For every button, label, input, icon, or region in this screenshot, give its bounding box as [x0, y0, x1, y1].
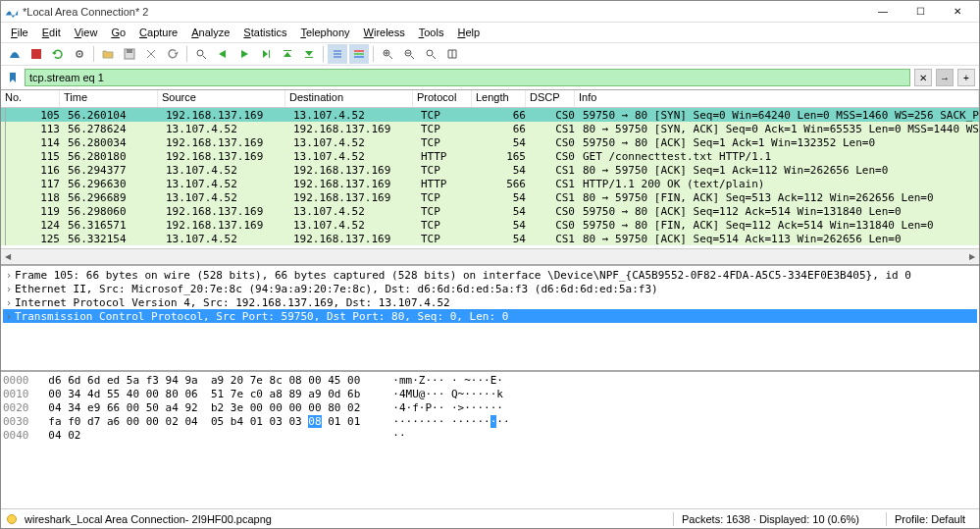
restart-capture-button[interactable]	[48, 44, 68, 64]
hex-row[interactable]: 0000 d6 6d 6d ed 5a f3 94 9a a9 20 7e 8c…	[3, 374, 977, 388]
packet-row[interactable]: 12456.316571192.168.137.16913.107.4.52TC…	[1, 218, 979, 232]
column-header-no[interactable]: No.	[1, 90, 60, 107]
packet-row[interactable]: 11756.29663013.107.4.52192.168.137.169HT…	[1, 177, 979, 190]
menu-file[interactable]: File	[5, 25, 34, 40]
packet-details-pane[interactable]: ›Frame 105: 66 bytes on wire (528 bits),…	[1, 264, 979, 370]
cell-dscp: CS0	[530, 205, 579, 218]
packet-row[interactable]: 11656.29437713.107.4.52192.168.137.169TC…	[1, 163, 979, 177]
svg-rect-0	[31, 49, 41, 59]
cell-dscp: CS0	[530, 219, 579, 232]
cell-no: 125	[17, 233, 64, 245]
expand-toggle-icon[interactable]: ›	[3, 296, 15, 309]
capture-options-button[interactable]	[70, 44, 89, 64]
cell-dscp: CS1	[530, 123, 579, 135]
reload-button[interactable]	[163, 44, 182, 64]
menu-analyze[interactable]: Analyze	[185, 25, 235, 40]
packet-list-hscroll[interactable]: ◀ ▶	[1, 248, 979, 264]
detail-tree-item[interactable]: ›Ethernet II, Src: Microsof_20:7e:8c (94…	[3, 282, 977, 295]
go-back-button[interactable]	[213, 44, 232, 64]
expand-toggle-icon[interactable]: ›	[3, 269, 15, 282]
title-bar[interactable]: *Local Area Connection* 2 — ☐ ✕	[1, 1, 979, 23]
first-packet-button[interactable]	[278, 44, 297, 64]
cell-dscp: CS1	[530, 191, 579, 204]
start-capture-button[interactable]	[5, 44, 25, 64]
zoom-out-button[interactable]	[399, 44, 419, 64]
scroll-left-button[interactable]: ◀	[1, 249, 15, 264]
cell-info: 59750 → 80 [FIN, ACK] Seq=112 Ack=514 Wi…	[579, 219, 979, 232]
expand-toggle-icon[interactable]: ›	[3, 283, 15, 295]
packet-row[interactable]: 11356.27862413.107.4.52192.168.137.169TC…	[1, 122, 979, 135]
close-button[interactable]: ✕	[940, 3, 975, 21]
column-header-source[interactable]: Source	[158, 90, 285, 107]
menu-telephony[interactable]: Telephony	[294, 25, 355, 40]
packet-row[interactable]: 11456.280034192.168.137.16913.107.4.52TC…	[1, 135, 979, 149]
column-header-destination[interactable]: Destination	[285, 90, 413, 107]
menu-help[interactable]: Help	[451, 25, 486, 40]
save-file-button[interactable]	[120, 44, 139, 64]
packet-row[interactable]: 11856.29668913.107.4.52192.168.137.169TC…	[1, 190, 979, 204]
column-header-time[interactable]: Time	[60, 90, 158, 107]
menu-capture[interactable]: Capture	[133, 25, 183, 40]
cell-source: 192.168.137.169	[162, 109, 289, 122]
arrow-right-icon	[238, 48, 250, 60]
add-filter-button[interactable]: +	[957, 69, 975, 86]
colorize-button[interactable]	[349, 44, 369, 64]
display-filter-input[interactable]	[25, 69, 910, 86]
jump-packet-button[interactable]	[256, 44, 276, 64]
cell-time: 56.316571	[64, 219, 162, 232]
column-header-dscp[interactable]: DSCP	[526, 90, 575, 107]
cell-info: GET /connecttest.txt HTTP/1.1	[579, 150, 979, 163]
detail-tree-item[interactable]: ›Frame 105: 66 bytes on wire (528 bits),…	[3, 268, 977, 282]
apply-filter-button[interactable]: →	[936, 69, 954, 86]
scroll-right-button[interactable]: ▶	[965, 249, 979, 264]
packet-row[interactable]: 12556.33215413.107.4.52192.168.137.169TC…	[1, 232, 979, 245]
hex-row[interactable]: 0020 04 34 e9 66 00 50 a4 92 b2 3e 00 00…	[3, 401, 977, 415]
menu-wireless[interactable]: Wireless	[358, 25, 411, 40]
minimize-button[interactable]: —	[865, 3, 901, 21]
packet-list-body[interactable]: 10556.260104192.168.137.16913.107.4.52TC…	[1, 108, 979, 248]
column-header-length[interactable]: Length	[472, 90, 526, 107]
expand-toggle-icon[interactable]: ›	[3, 310, 15, 323]
hex-row[interactable]: 0010 00 34 4d 55 40 00 80 06 51 7e c0 a8…	[3, 388, 977, 401]
hex-row[interactable]: 0040 04 02 ··	[3, 429, 977, 443]
status-profile-label[interactable]: Profile: Default	[895, 513, 973, 525]
detail-tree-item[interactable]: ›Internet Protocol Version 4, Src: 192.1…	[3, 295, 977, 309]
reload-icon	[167, 48, 179, 60]
window-title: *Local Area Connection* 2	[23, 6, 865, 18]
zoom-in-button[interactable]	[378, 44, 397, 64]
packet-row[interactable]: 11956.298060192.168.137.16913.107.4.52TC…	[1, 204, 979, 218]
hex-row[interactable]: 0030 fa f0 d7 a6 00 00 02 04 05 b4 01 03…	[3, 415, 977, 429]
menu-view[interactable]: View	[69, 25, 104, 40]
cell-time: 56.332154	[64, 233, 162, 245]
packet-list-header[interactable]: No. Time Source Destination Protocol Len…	[1, 90, 979, 108]
menu-edit[interactable]: Edit	[36, 25, 67, 40]
resize-columns-button[interactable]	[442, 44, 462, 64]
cell-source: 192.168.137.169	[162, 219, 289, 232]
column-header-protocol[interactable]: Protocol	[413, 90, 472, 107]
expert-info-indicator[interactable]	[7, 514, 17, 524]
packet-bytes-pane[interactable]: 0000 d6 6d 6d ed 5a f3 94 9a a9 20 7e 8c…	[1, 370, 979, 449]
find-packet-button[interactable]	[191, 44, 211, 64]
close-file-button[interactable]	[141, 44, 161, 64]
detail-tree-item[interactable]: ›Transmission Control Protocol, Src Port…	[3, 309, 977, 323]
zoom-reset-button[interactable]	[421, 44, 440, 64]
cell-destination: 192.168.137.169	[289, 191, 417, 204]
last-packet-button[interactable]	[299, 44, 319, 64]
save-icon	[124, 48, 135, 60]
menu-go[interactable]: Go	[105, 25, 131, 40]
arrow-up-bar-icon	[282, 48, 293, 60]
stop-capture-button[interactable]	[26, 44, 46, 64]
menu-statistics[interactable]: Statistics	[237, 25, 292, 40]
packet-row[interactable]: 11556.280180192.168.137.16913.107.4.52HT…	[1, 149, 979, 163]
column-header-info[interactable]: Info	[575, 90, 979, 107]
go-forward-button[interactable]	[234, 44, 254, 64]
bookmark-icon[interactable]	[5, 70, 21, 85]
open-file-button[interactable]	[98, 44, 118, 64]
maximize-button[interactable]: ☐	[903, 3, 938, 21]
cell-info: 80 → 59750 [SYN, ACK] Seq=0 Ack=1 Win=65…	[579, 123, 979, 135]
hex-offset: 0000	[3, 374, 29, 387]
auto-scroll-button[interactable]	[328, 44, 347, 64]
clear-filter-button[interactable]: ✕	[914, 69, 932, 86]
packet-row[interactable]: 10556.260104192.168.137.16913.107.4.52TC…	[1, 108, 979, 122]
menu-tools[interactable]: Tools	[413, 25, 450, 40]
